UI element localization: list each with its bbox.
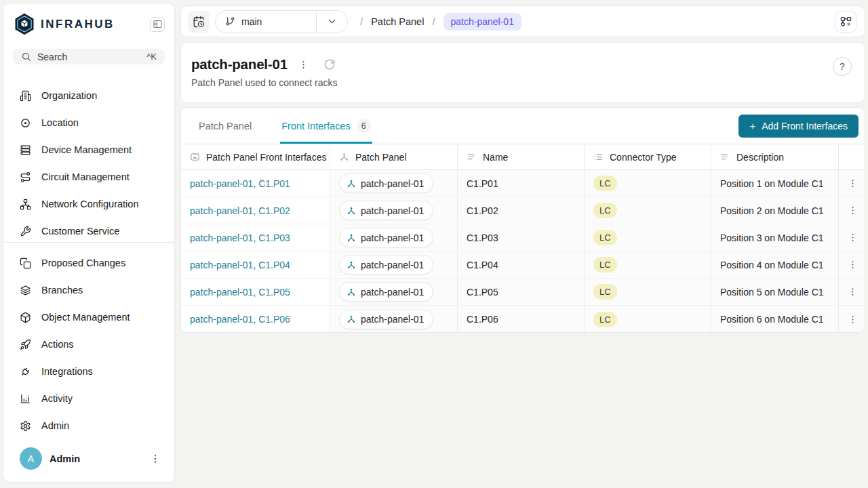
column-label: Connector Type — [610, 152, 677, 163]
table-row[interactable]: patch-panel-01, C1.P06 patch-panel-01 C1… — [181, 306, 865, 333]
row-menu-button[interactable] — [843, 283, 862, 302]
patch-panel-chip[interactable]: patch-panel-01 — [339, 201, 433, 220]
add-front-interfaces-button[interactable]: + Add Front Interfaces — [738, 115, 859, 138]
connector-type-badge: LC — [593, 176, 617, 191]
help-button[interactable]: ? — [833, 57, 852, 76]
refresh-icon — [323, 58, 336, 70]
sidebar-item-activity[interactable]: Activity — [3, 385, 174, 412]
column-label: Patch Panel — [355, 152, 407, 163]
table-row[interactable]: patch-panel-01, C1.P02 patch-panel-01 C1… — [181, 197, 865, 224]
relationship-icon — [347, 314, 356, 324]
tab-count-badge: 6 — [357, 119, 371, 133]
sidebar-item-object-management[interactable]: Object Management — [3, 304, 174, 331]
interface-link[interactable]: patch-panel-01, C1.P01 — [190, 178, 290, 189]
connector-type-badge: LC — [593, 230, 617, 245]
text-align-icon — [720, 152, 730, 162]
breadcrumb-parent-link[interactable]: Patch Panel — [371, 16, 424, 27]
branch-name: main — [241, 16, 262, 27]
chip-label: patch-panel-01 — [361, 287, 424, 298]
branch-selector[interactable]: main — [215, 10, 348, 33]
tab-patch-panel[interactable]: Patch Panel — [197, 108, 253, 144]
sidebar-item-label: Admin — [41, 420, 69, 431]
connector-type-badge: LC — [593, 312, 617, 327]
sidebar-item-label: Integrations — [41, 366, 93, 377]
row-menu-button[interactable] — [843, 201, 862, 220]
column-header-connector-type: Connector Type — [585, 144, 711, 169]
sidebar-item-location[interactable]: Location — [3, 109, 174, 136]
sidebar-item-integrations[interactable]: Integrations — [3, 358, 174, 385]
interface-link[interactable]: patch-panel-01, C1.P04 — [190, 260, 290, 270]
sidebar-item-label: Location — [41, 117, 79, 128]
sidebar-item-label: Object Management — [41, 312, 130, 323]
column-header-actions — [839, 144, 865, 169]
sidebar-item-admin[interactable]: Admin — [3, 412, 174, 439]
breadcrumb: / Patch Panel / patch-panel-01 — [360, 13, 521, 30]
sidebar-item-proposed-changes[interactable]: Proposed Changes — [3, 249, 174, 277]
relationship-icon — [347, 260, 356, 270]
card-icon — [190, 152, 200, 162]
search-icon — [21, 52, 31, 62]
interface-link[interactable]: patch-panel-01, C1.P05 — [190, 287, 290, 298]
branch-selector-toggle[interactable] — [316, 11, 347, 33]
sidebar-item-device-management[interactable]: Device Management — [3, 136, 174, 163]
object-header-card: patch-panel-01 Patch Panel used to conne… — [180, 42, 865, 103]
chip-label: patch-panel-01 — [361, 314, 424, 325]
interface-link[interactable]: patch-panel-01, C1.P06 — [190, 314, 290, 325]
sidebar-item-organization[interactable]: Organization — [3, 82, 174, 109]
topbar: main / Patch Panel / patch-panel-01 — [180, 5, 865, 37]
list-icon — [593, 152, 604, 162]
rocket-icon — [20, 339, 31, 350]
row-menu-button[interactable] — [843, 310, 862, 329]
sidebar-nav-primary: Organization Location Device Management … — [3, 64, 174, 237]
row-menu-button[interactable] — [843, 228, 862, 247]
interface-link[interactable]: patch-panel-01, C1.P03 — [190, 232, 290, 243]
connector-type-badge: LC — [593, 203, 617, 218]
route-icon — [20, 171, 31, 183]
table-row[interactable]: patch-panel-01, C1.P04 patch-panel-01 C1… — [181, 251, 865, 279]
panel-collapse-icon — [153, 19, 163, 29]
tab-label: Front Interfaces — [281, 121, 351, 131]
tab-front-interfaces[interactable]: Front Interfaces 6 — [280, 108, 372, 144]
plug-icon — [20, 366, 31, 378]
sidebar-item-label: Customer Service — [41, 226, 119, 237]
breadcrumb-separator: / — [360, 16, 363, 27]
relationship-icon — [339, 152, 349, 162]
gear-icon — [20, 420, 31, 432]
chevron-down-icon — [326, 16, 338, 27]
breadcrumb-current-pill[interactable]: patch-panel-01 — [443, 13, 521, 30]
page-subtitle: Patch Panel used to connect racks — [191, 77, 852, 88]
sidebar-item-customer-service[interactable]: Customer Service — [3, 218, 174, 237]
patch-panel-chip[interactable]: patch-panel-01 — [339, 174, 433, 193]
relationship-icon — [347, 233, 356, 243]
user-menu-button[interactable] — [147, 451, 163, 467]
patch-panel-chip[interactable]: patch-panel-01 — [339, 255, 433, 274]
column-label: Name — [483, 152, 508, 163]
sidebar-collapse-button[interactable] — [150, 17, 165, 32]
relationship-icon — [347, 206, 356, 216]
table-row[interactable]: patch-panel-01, C1.P03 patch-panel-01 C1… — [181, 224, 865, 251]
kebab-icon — [298, 60, 309, 70]
sidebar-item-branches[interactable]: Branches — [3, 277, 174, 304]
row-menu-button[interactable] — [843, 174, 862, 193]
name-cell: C1.P05 — [458, 279, 585, 305]
user-row[interactable]: A Admin — [3, 439, 174, 482]
sidebar-item-actions[interactable]: Actions — [3, 331, 174, 358]
time-travel-button[interactable] — [188, 11, 210, 33]
plus-icon: + — [749, 120, 755, 131]
refresh-button[interactable] — [322, 57, 337, 72]
object-menu-button[interactable] — [297, 58, 310, 71]
search-input-container[interactable]: ^K — [13, 49, 165, 64]
table-row[interactable]: patch-panel-01, C1.P05 patch-panel-01 C1… — [181, 279, 865, 306]
row-menu-button[interactable] — [843, 256, 862, 274]
table-row[interactable]: patch-panel-01, C1.P01 patch-panel-01 C1… — [181, 170, 865, 197]
interface-link[interactable]: patch-panel-01, C1.P02 — [190, 205, 290, 216]
patch-panel-chip[interactable]: patch-panel-01 — [339, 282, 433, 302]
search-input[interactable] — [37, 52, 140, 62]
sidebar-item-circuit-management[interactable]: Circuit Management — [3, 163, 174, 190]
patch-panel-chip[interactable]: patch-panel-01 — [339, 310, 433, 329]
schema-viewer-button[interactable] — [835, 11, 856, 33]
patch-panel-chip[interactable]: patch-panel-01 — [339, 228, 433, 247]
branch-selector-value[interactable]: main — [216, 11, 316, 33]
sidebar-item-network-configuration[interactable]: Network Configuration — [3, 190, 174, 218]
column-header-front-interfaces: Patch Panel Front Interfaces — [181, 144, 330, 169]
